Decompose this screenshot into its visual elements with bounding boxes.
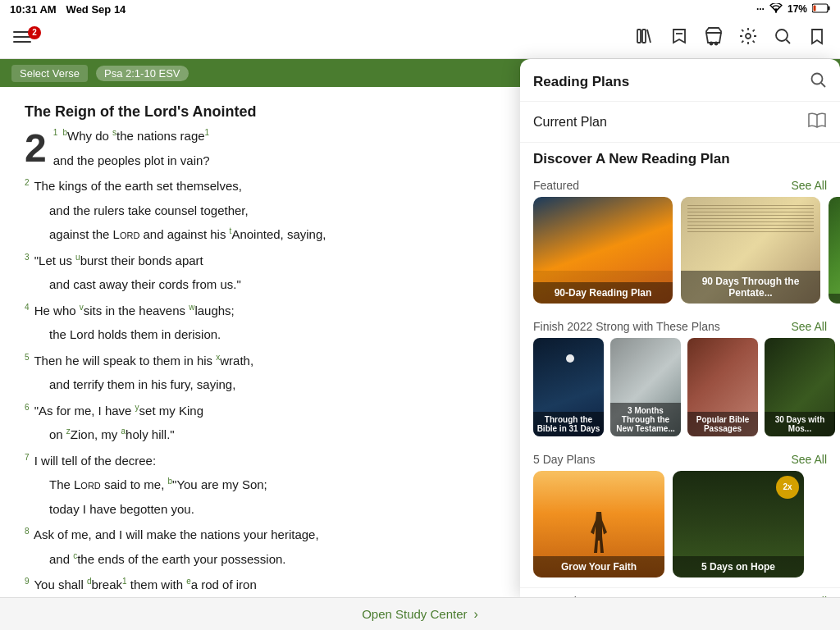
passage-title: The Reign of the Lord's Anointed <box>25 103 468 121</box>
sevenday-section-header: 7 Day Plans See All <box>520 587 840 597</box>
plan-card-hope-label: 5 Days on Hope <box>673 556 804 578</box>
finish2022-cards-row: Through the Bible in 31 Days 3 Months Th… <box>520 338 840 446</box>
plan-card-extra-label <box>829 294 840 304</box>
svg-point-0 <box>775 11 777 12</box>
library-icon[interactable] <box>635 26 655 51</box>
fiveday-title: 5 Day Plans <box>533 453 595 466</box>
svg-point-12 <box>812 74 823 84</box>
wifi-icon <box>769 3 783 16</box>
time: 10:31 AM <box>10 3 57 16</box>
verse-reference: Psa 2:1-10 ESV <box>96 66 189 81</box>
bible-panel: The Reign of the Lord's Anointed 2 1 bWh… <box>0 87 492 597</box>
verse-8-block: 8 Ask of me, and I will make the nations… <box>25 524 468 569</box>
top-nav: 2 <box>0 18 840 59</box>
featured-cards-row: 90-Day Reading Plan <box>520 197 840 313</box>
plan-card-31days[interactable]: Through the Bible in 31 Days <box>533 338 604 436</box>
finish2022-title: Finish 2022 Strong with These Plans <box>533 320 720 333</box>
chevron-right-icon: › <box>474 607 478 622</box>
featured-title: Featured <box>533 179 579 192</box>
battery-icon <box>812 3 830 16</box>
svg-rect-5 <box>642 30 646 43</box>
featured-section-header: Featured See All <box>520 172 840 197</box>
bookmark-icon[interactable] <box>807 26 827 51</box>
verse-7: 7 I will tell of the decree: <box>25 450 468 472</box>
verse-8: 8 Ask of me, and I will make the nations… <box>25 524 468 546</box>
notification-badge: 2 <box>28 26 41 39</box>
svg-point-7 <box>710 42 713 44</box>
plan-card-90-day-label: 90-Day Reading Plan <box>533 282 673 304</box>
verse-1: 1 bWhy do sthe nations rage1 <box>25 126 468 147</box>
verse-7-block: 7 I will tell of the decree: The Lord sa… <box>25 450 468 520</box>
bookmarks-icon[interactable] <box>669 26 689 51</box>
search-icon[interactable] <box>773 26 792 51</box>
plan-card-moses-label: 30 Days with Mos... <box>765 412 835 436</box>
verse-4: 4 He who vsits in the heavens wlaughs; <box>25 300 468 322</box>
current-plan-row[interactable]: Current Plan <box>520 102 840 143</box>
settings-icon[interactable] <box>738 26 758 51</box>
finish2022-see-all[interactable]: See All <box>791 320 827 333</box>
open-study-center-button[interactable]: Open Study Center <box>362 607 467 621</box>
svg-rect-4 <box>637 30 641 43</box>
plan-card-passages-label: Popular Bible Passages <box>687 412 758 436</box>
fiveday-section-header: 5 Day Plans See All <box>520 446 840 471</box>
bottom-bar: Open Study Center › <box>0 597 840 630</box>
select-verse-button[interactable]: Select Verse <box>11 65 88 82</box>
plan-card-hope[interactable]: 2x 5 Days on Hope <box>673 471 804 578</box>
open-book-icon <box>807 112 827 132</box>
svg-line-13 <box>821 83 825 87</box>
fiveday-cards-row: Grow Your Faith 2x 5 Days on Hope <box>520 471 840 587</box>
panel-title: Reading Plans <box>533 74 629 90</box>
plan-card-90-day[interactable]: 90-Day Reading Plan <box>533 197 673 304</box>
finish2022-section-header: Finish 2022 Strong with These Plans See … <box>520 313 840 338</box>
panel-search-icon[interactable] <box>809 71 827 93</box>
chapter-block: 2 1 bWhy do sthe nations rage1 and the p… <box>25 126 468 171</box>
plan-card-pentateuch[interactable]: 90 Days Through the Pentate... <box>681 197 820 304</box>
verse-2-block: 2 The kings of the earth set themselves,… <box>25 176 468 245</box>
current-plan-label: Current Plan <box>533 115 607 130</box>
plan-card-passages[interactable]: Popular Bible Passages <box>687 338 758 436</box>
plan-card-moses[interactable]: 30 Days with Mos... <box>765 338 835 436</box>
verse-9-block: 9 You shall dbreak1 them with ea rod of … <box>25 574 468 597</box>
featured-see-all[interactable]: See All <box>791 179 827 192</box>
svg-line-11 <box>787 39 791 43</box>
cart-icon[interactable] <box>704 26 724 51</box>
verse-6: 6 "As for me, I have yset my King <box>25 400 468 422</box>
chapter-number: 2 <box>25 129 47 168</box>
verse-2: 2 The kings of the earth set themselves, <box>25 176 468 197</box>
verse-9: 9 You shall dbreak1 them with ea rod of … <box>25 574 468 596</box>
svg-rect-2 <box>829 6 830 10</box>
panel-header: Reading Plans <box>520 59 840 102</box>
plan-card-grow-faith[interactable]: Grow Your Faith <box>533 471 664 578</box>
date: Wed Sep 14 <box>66 3 126 16</box>
svg-rect-3 <box>814 5 816 11</box>
plan-card-pentateuch-label: 90 Days Through the Pentate... <box>681 271 820 304</box>
verse-6-block: 6 "As for me, I have yset my King on zZi… <box>25 400 468 445</box>
plan-card-3months[interactable]: 3 Months Through the New Testame... <box>610 338 681 436</box>
menu-button[interactable]: 2 <box>13 30 36 48</box>
plan-card-extra[interactable] <box>829 197 840 304</box>
verse-5: 5 Then he will speak to them in his xwra… <box>25 350 468 372</box>
svg-point-9 <box>746 34 751 39</box>
reading-plans-panel: Reading Plans Current Plan Discover A Ne… <box>520 59 840 597</box>
badge-2x: 2x <box>776 476 799 499</box>
svg-point-10 <box>776 30 788 41</box>
status-bar: 10:31 AM Wed Sep 14 ··· 17% <box>0 0 840 18</box>
plan-card-grow-faith-label: Grow Your Faith <box>533 556 664 578</box>
verse-4-block: 4 He who vsits in the heavens wlaughs; t… <box>25 300 468 345</box>
battery: 17% <box>788 3 807 15</box>
fiveday-see-all[interactable]: See All <box>791 453 827 466</box>
dots: ··· <box>756 3 765 15</box>
verse-5-block: 5 Then he will speak to them in his xwra… <box>25 350 468 395</box>
verse-1-cont: and the peoples plot in vain? <box>25 150 468 171</box>
verse-num-1: 1 <box>53 128 58 137</box>
discover-label: Discover A New Reading Plan <box>520 143 840 172</box>
plan-card-3months-label: 3 Months Through the New Testame... <box>610 403 681 436</box>
verse-3-block: 3 "Let us uburst their bonds apart and c… <box>25 250 468 295</box>
verse-3: 3 "Let us uburst their bonds apart <box>25 250 468 272</box>
svg-point-8 <box>715 42 718 44</box>
plan-card-31days-label: Through the Bible in 31 Days <box>533 412 604 436</box>
